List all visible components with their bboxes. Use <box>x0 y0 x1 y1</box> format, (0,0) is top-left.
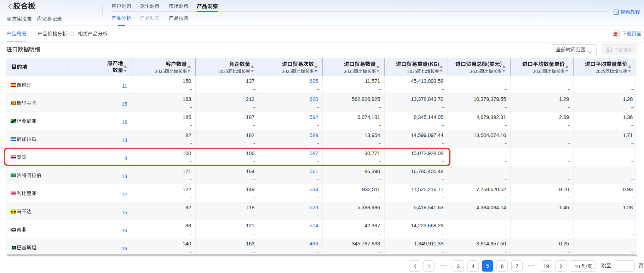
svg-text:X: X <box>607 49 609 52</box>
svg-text:PDF: PDF <box>614 33 617 35</box>
